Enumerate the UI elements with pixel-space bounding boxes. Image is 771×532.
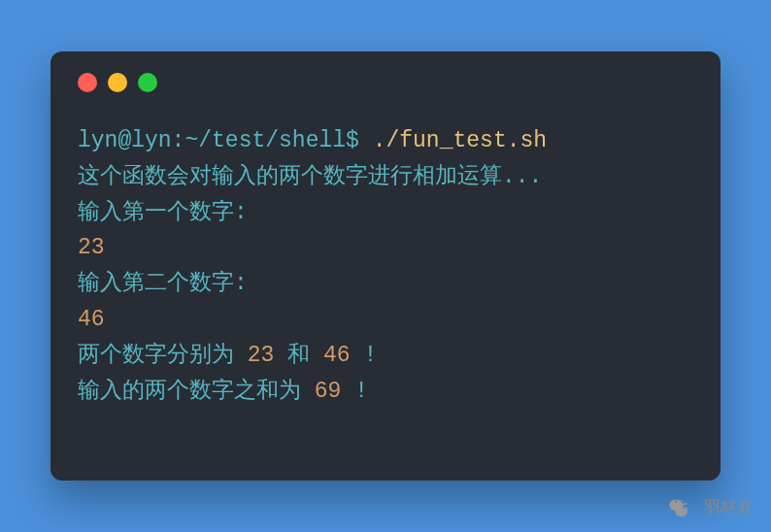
output-value: 46 bbox=[323, 343, 351, 368]
shell-prompt: lyn@lyn:~/test/shell$ bbox=[78, 128, 373, 153]
output-line: 输入第一个数字: bbox=[78, 200, 261, 225]
output-line: 输入第二个数字: bbox=[78, 271, 261, 296]
output-line: 和 bbox=[274, 343, 323, 368]
watermark: 羽林君 bbox=[669, 493, 754, 520]
output-line: ! bbox=[351, 343, 378, 368]
maximize-icon[interactable] bbox=[138, 73, 157, 92]
output-value: 69 bbox=[315, 379, 342, 404]
terminal-output[interactable]: lyn@lyn:~/test/shell$ ./fun_test.sh 这个函数… bbox=[78, 123, 693, 409]
output-line: 两个数字分别为 bbox=[78, 343, 248, 368]
terminal-window: lyn@lyn:~/test/shell$ ./fun_test.sh 这个函数… bbox=[50, 51, 721, 481]
output-value: 23 bbox=[248, 343, 275, 368]
minimize-icon[interactable] bbox=[108, 73, 127, 92]
window-titlebar bbox=[78, 73, 693, 92]
close-icon[interactable] bbox=[78, 73, 97, 92]
watermark-text: 羽林君 bbox=[704, 496, 754, 518]
user-input: 23 bbox=[78, 235, 105, 260]
output-line: 这个函数会对输入的两个数字进行相加运算... bbox=[78, 164, 542, 189]
output-line: ! bbox=[341, 379, 368, 404]
shell-command: ./fun_test.sh bbox=[373, 128, 547, 153]
user-input: 46 bbox=[78, 307, 105, 332]
output-line: 输入的两个数字之和为 bbox=[78, 379, 315, 404]
wechat-icon bbox=[669, 493, 696, 520]
